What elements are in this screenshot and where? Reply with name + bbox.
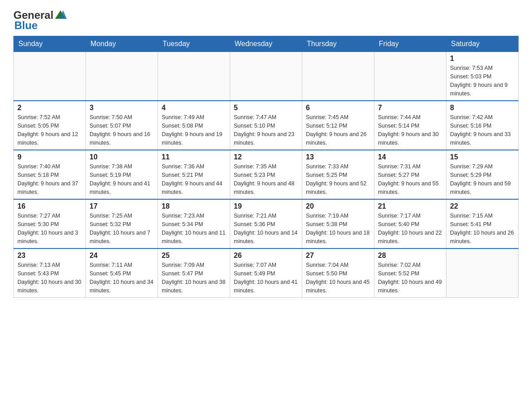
calendar-day-cell: 4Sunrise: 7:49 AMSunset: 5:08 PMDaylight… [158, 101, 230, 150]
day-number: 16 [17, 202, 82, 210]
day-info: Sunrise: 7:29 AMSunset: 5:29 PMDaylight:… [450, 163, 515, 196]
calendar-day-cell: 11Sunrise: 7:36 AMSunset: 5:21 PMDayligh… [158, 150, 230, 199]
calendar-day-cell: 18Sunrise: 7:23 AMSunset: 5:34 PMDayligh… [158, 199, 230, 248]
day-number: 20 [306, 202, 370, 210]
day-number: 3 [90, 104, 154, 112]
day-number: 5 [234, 104, 298, 112]
calendar-day-cell: 15Sunrise: 7:29 AMSunset: 5:29 PMDayligh… [446, 150, 519, 199]
calendar-day-cell: 20Sunrise: 7:19 AMSunset: 5:38 PMDayligh… [302, 199, 374, 248]
day-info: Sunrise: 7:07 AMSunset: 5:49 PMDaylight:… [234, 261, 298, 295]
day-info: Sunrise: 7:04 AMSunset: 5:50 PMDaylight:… [306, 261, 370, 295]
day-info: Sunrise: 7:21 AMSunset: 5:36 PMDaylight:… [234, 212, 298, 245]
day-number: 14 [378, 153, 442, 161]
day-info: Sunrise: 7:17 AMSunset: 5:40 PMDaylight:… [378, 212, 442, 245]
page-header: General Blue [13, 9, 519, 31]
day-number: 27 [306, 252, 370, 260]
day-info: Sunrise: 7:40 AMSunset: 5:18 PMDaylight:… [17, 163, 82, 196]
calendar-week-row: 1Sunrise: 7:53 AMSunset: 5:03 PMDaylight… [14, 52, 519, 101]
day-info: Sunrise: 7:11 AMSunset: 5:45 PMDaylight:… [90, 261, 154, 295]
day-number: 17 [90, 202, 154, 210]
day-number: 15 [450, 153, 515, 161]
day-number: 8 [450, 104, 515, 112]
calendar-day-cell: 3Sunrise: 7:50 AMSunset: 5:07 PMDaylight… [86, 101, 158, 150]
day-info: Sunrise: 7:25 AMSunset: 5:32 PMDaylight:… [90, 212, 154, 245]
calendar-week-row: 16Sunrise: 7:27 AMSunset: 5:30 PMDayligh… [14, 199, 519, 248]
calendar-day-cell: 23Sunrise: 7:13 AMSunset: 5:43 PMDayligh… [14, 248, 86, 298]
day-info: Sunrise: 7:53 AMSunset: 5:03 PMDaylight:… [450, 64, 515, 98]
day-info: Sunrise: 7:02 AMSunset: 5:52 PMDaylight:… [378, 261, 442, 295]
calendar-week-row: 2Sunrise: 7:52 AMSunset: 5:05 PMDaylight… [14, 101, 519, 150]
calendar-day-cell: 19Sunrise: 7:21 AMSunset: 5:36 PMDayligh… [230, 199, 302, 248]
day-info: Sunrise: 7:19 AMSunset: 5:38 PMDaylight:… [306, 212, 370, 245]
day-info: Sunrise: 7:31 AMSunset: 5:27 PMDaylight:… [378, 163, 442, 196]
day-number: 25 [162, 252, 226, 260]
day-number: 7 [378, 104, 442, 112]
day-info: Sunrise: 7:09 AMSunset: 5:47 PMDaylight:… [162, 261, 226, 295]
day-of-week-header: Wednesday [230, 36, 302, 52]
calendar-day-cell [158, 52, 230, 101]
day-number: 24 [90, 252, 154, 260]
calendar-day-cell: 27Sunrise: 7:04 AMSunset: 5:50 PMDayligh… [302, 248, 374, 298]
day-number: 23 [17, 252, 82, 260]
logo-text-blue: Blue [13, 20, 67, 31]
calendar-day-cell: 6Sunrise: 7:45 AMSunset: 5:12 PMDaylight… [302, 101, 374, 150]
calendar-day-cell [374, 52, 446, 101]
day-number: 2 [17, 104, 82, 112]
day-info: Sunrise: 7:38 AMSunset: 5:19 PMDaylight:… [90, 163, 154, 196]
calendar-day-cell: 7Sunrise: 7:44 AMSunset: 5:14 PMDaylight… [374, 101, 446, 150]
day-of-week-header: Friday [374, 36, 446, 52]
day-number: 11 [162, 153, 226, 161]
day-number: 4 [162, 104, 226, 112]
day-info: Sunrise: 7:42 AMSunset: 5:16 PMDaylight:… [450, 113, 515, 147]
day-number: 13 [306, 153, 370, 161]
calendar-day-cell: 14Sunrise: 7:31 AMSunset: 5:27 PMDayligh… [374, 150, 446, 199]
day-of-week-header: Saturday [446, 36, 519, 52]
calendar-day-cell: 2Sunrise: 7:52 AMSunset: 5:05 PMDaylight… [14, 101, 86, 150]
calendar-day-cell: 12Sunrise: 7:35 AMSunset: 5:23 PMDayligh… [230, 150, 302, 199]
day-info: Sunrise: 7:36 AMSunset: 5:21 PMDaylight:… [162, 163, 226, 196]
day-number: 21 [378, 202, 442, 210]
day-number: 19 [234, 202, 298, 210]
day-info: Sunrise: 7:50 AMSunset: 5:07 PMDaylight:… [90, 113, 154, 147]
logo: General Blue [13, 9, 67, 31]
calendar-day-cell [446, 248, 519, 298]
calendar-day-cell: 28Sunrise: 7:02 AMSunset: 5:52 PMDayligh… [374, 248, 446, 298]
day-info: Sunrise: 7:47 AMSunset: 5:10 PMDaylight:… [234, 113, 298, 147]
day-of-week-header: Monday [86, 36, 158, 52]
day-info: Sunrise: 7:27 AMSunset: 5:30 PMDaylight:… [17, 212, 82, 245]
day-info: Sunrise: 7:15 AMSunset: 5:41 PMDaylight:… [450, 212, 515, 245]
day-of-week-header: Tuesday [158, 36, 230, 52]
calendar-day-cell: 24Sunrise: 7:11 AMSunset: 5:45 PMDayligh… [86, 248, 158, 298]
calendar-day-cell [14, 52, 86, 101]
calendar-day-cell: 1Sunrise: 7:53 AMSunset: 5:03 PMDaylight… [446, 52, 519, 101]
calendar-day-cell: 26Sunrise: 7:07 AMSunset: 5:49 PMDayligh… [230, 248, 302, 298]
day-info: Sunrise: 7:13 AMSunset: 5:43 PMDaylight:… [17, 261, 82, 295]
calendar-day-cell: 9Sunrise: 7:40 AMSunset: 5:18 PMDaylight… [14, 150, 86, 199]
day-number: 6 [306, 104, 370, 112]
day-number: 28 [378, 252, 442, 260]
day-of-week-header: Sunday [14, 36, 86, 52]
calendar-day-cell: 21Sunrise: 7:17 AMSunset: 5:40 PMDayligh… [374, 199, 446, 248]
day-number: 1 [450, 55, 515, 63]
day-number: 18 [162, 202, 226, 210]
day-number: 26 [234, 252, 298, 260]
calendar-table: SundayMondayTuesdayWednesdayThursdayFrid… [13, 36, 519, 298]
calendar-day-cell [86, 52, 158, 101]
day-info: Sunrise: 7:44 AMSunset: 5:14 PMDaylight:… [378, 113, 442, 147]
day-number: 10 [90, 153, 154, 161]
calendar-day-cell: 8Sunrise: 7:42 AMSunset: 5:16 PMDaylight… [446, 101, 519, 150]
calendar-day-cell: 22Sunrise: 7:15 AMSunset: 5:41 PMDayligh… [446, 199, 519, 248]
calendar-day-cell: 13Sunrise: 7:33 AMSunset: 5:25 PMDayligh… [302, 150, 374, 199]
calendar-day-cell: 25Sunrise: 7:09 AMSunset: 5:47 PMDayligh… [158, 248, 230, 298]
day-of-week-header: Thursday [302, 36, 374, 52]
calendar-day-cell: 16Sunrise: 7:27 AMSunset: 5:30 PMDayligh… [14, 199, 86, 248]
calendar-day-cell [230, 52, 302, 101]
calendar-day-cell [302, 52, 374, 101]
day-info: Sunrise: 7:35 AMSunset: 5:23 PMDaylight:… [234, 163, 298, 196]
calendar-day-cell: 5Sunrise: 7:47 AMSunset: 5:10 PMDaylight… [230, 101, 302, 150]
calendar-week-row: 9Sunrise: 7:40 AMSunset: 5:18 PMDaylight… [14, 150, 519, 199]
calendar-header-row: SundayMondayTuesdayWednesdayThursdayFrid… [14, 36, 519, 52]
calendar-day-cell: 17Sunrise: 7:25 AMSunset: 5:32 PMDayligh… [86, 199, 158, 248]
calendar-week-row: 23Sunrise: 7:13 AMSunset: 5:43 PMDayligh… [14, 248, 519, 298]
day-number: 9 [17, 153, 82, 161]
